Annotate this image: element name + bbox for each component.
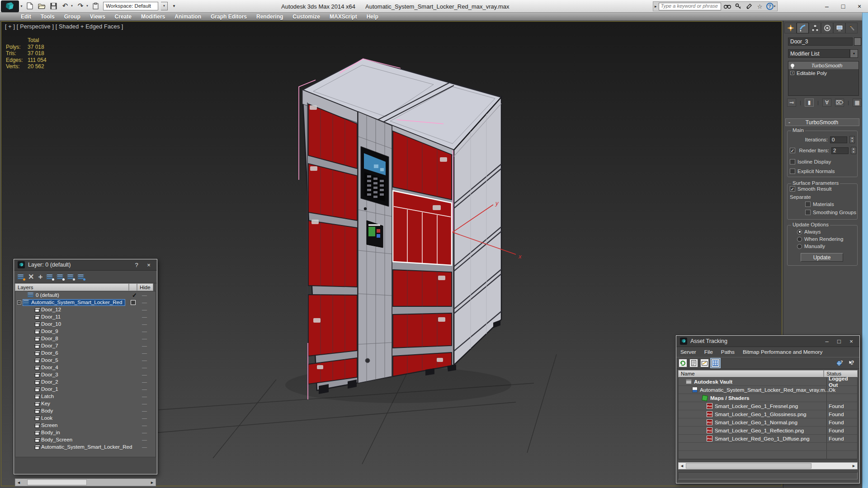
search-binoculars-icon[interactable] bbox=[723, 2, 732, 10]
selected-door-3[interactable] bbox=[393, 191, 452, 265]
asset-menu-file[interactable]: File bbox=[700, 349, 717, 355]
menu-modifiers[interactable]: Modifiers bbox=[141, 14, 165, 20]
asset-close-button[interactable]: × bbox=[847, 337, 856, 346]
locker-control-strip[interactable] bbox=[358, 112, 392, 383]
manually-radio[interactable] bbox=[797, 244, 802, 249]
update-button[interactable]: Update bbox=[801, 253, 843, 262]
pin-stack-button[interactable]: ⊸ bbox=[787, 99, 796, 107]
object-row-body-screen[interactable]: Body_Screen— bbox=[15, 436, 156, 443]
turbosmooth-rollout-header[interactable]: - TurboSmooth bbox=[785, 118, 859, 126]
menu-animation[interactable]: Animation bbox=[175, 14, 201, 20]
layer-window-titlebar[interactable]: Layer: 0 (default) ? × bbox=[14, 259, 157, 271]
show-end-result-button[interactable]: ▮ bbox=[805, 99, 814, 107]
smooth-result-checkbox[interactable]: ✓ bbox=[790, 186, 795, 192]
menu-edit[interactable]: Edit bbox=[21, 14, 31, 20]
hide-toggle[interactable]: — bbox=[142, 394, 146, 399]
menu-create[interactable]: Create bbox=[115, 14, 132, 20]
object-row-latch[interactable]: Latch— bbox=[15, 393, 156, 400]
render-iters-checkbox[interactable]: ✓ bbox=[790, 148, 795, 153]
asset-row-reflection[interactable]: PNG Smart_Locker_Geo_1_Reflection.png Fo… bbox=[679, 427, 857, 435]
hide-toggle[interactable]: — bbox=[142, 386, 146, 392]
hide-toggle[interactable]: — bbox=[142, 343, 146, 348]
tab-motion[interactable] bbox=[821, 23, 833, 33]
asset-row-diffuse[interactable]: PNG Smart_Locker_Red_Geo_1_Diffuse.png F… bbox=[679, 435, 857, 443]
report-view-button[interactable] bbox=[689, 359, 698, 367]
hide-toggle[interactable]: — bbox=[142, 365, 146, 370]
undo-button[interactable]: ↶ bbox=[61, 1, 70, 10]
redo-button[interactable]: ↷ bbox=[76, 1, 85, 10]
menu-group[interactable]: Group bbox=[64, 14, 80, 20]
tab-utilities[interactable] bbox=[845, 23, 858, 33]
hide-column-header[interactable]: Hide bbox=[137, 283, 153, 291]
viewport-label[interactable]: [ + ] [ Perspective ] [ Shaded + Edged F… bbox=[5, 23, 123, 30]
highlight-selected-layer-button[interactable] bbox=[67, 274, 74, 280]
scroll-left-icon[interactable]: ◄ bbox=[680, 464, 684, 468]
favorites-star-icon[interactable]: ☆ bbox=[755, 2, 764, 10]
object-row-key[interactable]: Key— bbox=[15, 400, 156, 407]
open-file-button[interactable] bbox=[37, 1, 46, 10]
tab-display[interactable] bbox=[833, 23, 845, 33]
select-objects-in-layer-button[interactable] bbox=[47, 274, 53, 280]
object-row-door-4[interactable]: Door_4— bbox=[15, 364, 156, 371]
object-row-door-2[interactable]: Door_2— bbox=[15, 378, 156, 385]
hide-toggle[interactable]: — bbox=[142, 350, 146, 356]
hide-toggle[interactable]: — bbox=[142, 328, 146, 334]
modifier-list-chevron-icon[interactable]: ▼ bbox=[850, 49, 858, 58]
scrollbar-thumb[interactable] bbox=[27, 479, 87, 485]
remove-modifier-button[interactable]: ⌦ bbox=[835, 99, 844, 107]
object-row-door-11[interactable]: Door_11— bbox=[15, 313, 156, 320]
hide-toggle[interactable]: — bbox=[142, 300, 146, 305]
infocenter-collapse-icon[interactable]: ▸ bbox=[655, 4, 657, 9]
redo-history-icon[interactable]: ▼ bbox=[86, 5, 89, 7]
current-column-header[interactable] bbox=[129, 283, 137, 291]
workspace-chevron-icon[interactable]: ▼ bbox=[161, 2, 168, 10]
close-button[interactable]: × bbox=[854, 1, 864, 11]
app-logo-button[interactable] bbox=[1, 0, 19, 12]
name-column-header[interactable]: Name bbox=[678, 370, 824, 377]
object-row-body-in[interactable]: Body_in— bbox=[15, 429, 156, 436]
explicit-normals-checkbox[interactable]: ✓ bbox=[790, 169, 795, 174]
create-new-layer-button[interactable] bbox=[18, 274, 24, 280]
toolbar-flyout-icon[interactable]: ▼ bbox=[172, 4, 176, 8]
asset-row-normal[interactable]: PNG Smart_Locker_Geo_1_Normal.png Found bbox=[679, 418, 857, 427]
iterations-spinner[interactable]: ▲▼ bbox=[849, 136, 855, 143]
object-row-screen[interactable]: Screen— bbox=[15, 422, 156, 429]
help-button[interactable]: ? bbox=[766, 3, 774, 10]
isoline-checkbox[interactable]: ✓ bbox=[790, 159, 795, 164]
object-name-field[interactable]: Door_3 bbox=[788, 38, 853, 46]
save-file-button[interactable] bbox=[49, 1, 58, 10]
configure-modifier-sets-button[interactable]: ▦ bbox=[853, 99, 862, 107]
layer-close-button[interactable]: × bbox=[144, 260, 153, 269]
menu-tools[interactable]: Tools bbox=[41, 14, 55, 20]
render-iters-spinner[interactable]: ▲▼ bbox=[851, 147, 856, 154]
logo-flyout-icon[interactable]: ▼ bbox=[20, 5, 23, 8]
always-radio[interactable] bbox=[797, 230, 802, 235]
object-row-smart-locker[interactable]: Automatic_System_Smart_Locker_Red— bbox=[15, 443, 156, 450]
layer-row-smart-locker[interactable]: − Automatic_System_Smart_Locker_Red — bbox=[15, 299, 156, 306]
object-row-look[interactable]: Look— bbox=[15, 414, 156, 422]
scrollbar-thumb[interactable] bbox=[686, 463, 811, 469]
help-flyout-icon[interactable]: ▼ bbox=[774, 5, 776, 8]
hide-toggle[interactable]: — bbox=[142, 336, 146, 341]
menu-graph-editors[interactable]: Graph Editors bbox=[211, 14, 247, 20]
project-folder-button[interactable] bbox=[91, 1, 100, 10]
subscription-key-icon[interactable] bbox=[734, 2, 743, 10]
asset-row-fresnel[interactable]: PNG Smart_Locker_Geo_1_Fresnel.png Found bbox=[679, 402, 857, 410]
hide-checkbox[interactable] bbox=[131, 300, 136, 305]
workspace-dropdown[interactable]: Workspace: Default bbox=[103, 2, 158, 10]
menu-maxscript[interactable]: MAXScript bbox=[330, 14, 357, 20]
asset-row-max-file[interactable]: Automatic_System_Smart_Locker_Red_max_vr… bbox=[679, 386, 857, 394]
rollout-collapse-icon[interactable]: - bbox=[788, 119, 790, 126]
object-row-door-8[interactable]: Door_8— bbox=[15, 335, 156, 342]
layers-column-header[interactable]: Layers bbox=[15, 283, 129, 291]
menu-rendering[interactable]: Rendering bbox=[256, 14, 283, 20]
asset-window-titlebar[interactable]: Asset Tracking – □ × bbox=[676, 336, 859, 347]
edit-paths-button[interactable] bbox=[700, 359, 709, 367]
modifier-list-dropdown[interactable]: Modifier List bbox=[788, 49, 850, 58]
hide-toggle[interactable]: — bbox=[142, 379, 146, 385]
hide-toggle[interactable]: — bbox=[142, 357, 146, 363]
tab-create[interactable] bbox=[784, 23, 797, 33]
render-iters-input[interactable]: 2 bbox=[831, 147, 849, 154]
minimize-button[interactable]: – bbox=[822, 1, 832, 11]
expand-plus-icon[interactable]: + bbox=[790, 71, 794, 75]
